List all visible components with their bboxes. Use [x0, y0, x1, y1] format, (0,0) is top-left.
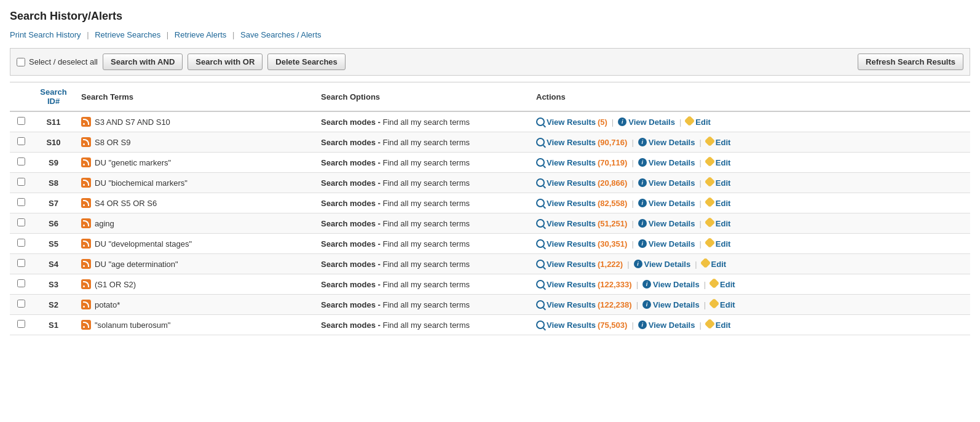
retrieve-alerts-link[interactable]: Retrieve Alerts	[175, 30, 227, 39]
view-details-link[interactable]: i View Details	[638, 158, 695, 167]
edit-label: Edit	[716, 138, 731, 147]
row-checkbox-cell	[10, 234, 32, 254]
view-details-link[interactable]: i View Details	[638, 138, 695, 147]
view-details-link[interactable]: i View Details	[638, 199, 695, 208]
options-mode-label: Search modes -	[321, 280, 382, 289]
search-history-table: Search ID# Search Terms Search Options A…	[10, 82, 970, 335]
rss-icon[interactable]	[81, 300, 91, 309]
action-divider-2: |	[699, 239, 701, 249]
view-results-link[interactable]: View Results (75,503)	[536, 320, 627, 330]
save-searches-alerts-link[interactable]: Save Searches / Alerts	[240, 30, 322, 39]
row-search-options: Search modes - Find all my search terms	[315, 274, 530, 295]
view-details-link[interactable]: i View Details	[638, 320, 695, 330]
action-divider: |	[631, 219, 633, 228]
rss-icon[interactable]	[81, 259, 91, 269]
view-results-icon	[536, 158, 545, 167]
rss-icon[interactable]	[81, 117, 91, 127]
info-icon: i	[642, 300, 651, 309]
edit-link[interactable]: Edit	[706, 239, 731, 249]
view-results-link[interactable]: View Results (90,716)	[536, 138, 627, 147]
rss-icon[interactable]	[81, 198, 91, 208]
row-search-terms: potato*	[75, 295, 315, 315]
edit-link[interactable]: Edit	[706, 178, 731, 188]
view-results-link[interactable]: View Results (70,119)	[536, 158, 627, 167]
delete-searches-button[interactable]: Delete Searches	[267, 54, 345, 70]
select-deselect-checkbox[interactable]	[17, 58, 25, 66]
action-divider-2: |	[699, 199, 701, 208]
edit-pencil-icon	[701, 259, 709, 269]
action-divider-2: |	[699, 219, 701, 228]
edit-link[interactable]: Edit	[706, 320, 731, 330]
view-details-link[interactable]: i View Details	[638, 178, 695, 188]
view-results-link[interactable]: View Results (5)	[536, 117, 607, 127]
rss-icon[interactable]	[81, 279, 91, 289]
edit-link[interactable]: Edit	[706, 198, 731, 208]
edit-label: Edit	[716, 320, 731, 330]
edit-link[interactable]: Edit	[710, 279, 735, 289]
view-details-link[interactable]: i View Details	[638, 219, 695, 228]
rss-icon[interactable]	[81, 137, 91, 147]
edit-link[interactable]: Edit	[706, 218, 731, 228]
row-actions: View Results (5)|i View Details| Edit	[530, 111, 970, 132]
rss-icon[interactable]	[81, 239, 91, 249]
view-results-link[interactable]: View Results (20,866)	[536, 178, 627, 188]
row-checkbox-cell	[10, 153, 32, 173]
edit-link[interactable]: Edit	[706, 137, 731, 147]
view-details-link[interactable]: i View Details	[634, 260, 691, 269]
view-results-link[interactable]: View Results (122,333)	[536, 280, 632, 289]
row-checkbox[interactable]	[17, 218, 25, 226]
edit-pencil-icon	[706, 218, 714, 228]
row-checkbox-cell	[10, 254, 32, 274]
edit-link[interactable]: Edit	[686, 117, 711, 127]
view-details-label: View Details	[649, 320, 695, 330]
term-text: (S1 OR S2)	[95, 280, 136, 289]
view-details-link[interactable]: i View Details	[642, 300, 700, 309]
view-results-link[interactable]: View Results (122,238)	[536, 300, 632, 309]
print-search-history-link[interactable]: Print Search History	[10, 30, 81, 39]
refresh-search-results-button[interactable]: Refresh Search Results	[858, 54, 963, 70]
rss-icon[interactable]	[81, 218, 91, 228]
row-checkbox[interactable]	[17, 178, 25, 186]
row-checkbox[interactable]	[17, 198, 25, 206]
action-divider-2: |	[699, 178, 701, 188]
retrieve-searches-link[interactable]: Retrieve Searches	[95, 30, 160, 39]
view-details-link[interactable]: i View Details	[618, 117, 675, 127]
rss-icon[interactable]	[81, 178, 91, 188]
view-results-count: (20,866)	[598, 178, 627, 188]
action-divider: |	[636, 280, 638, 289]
view-results-icon	[536, 260, 545, 268]
row-checkbox[interactable]	[17, 320, 25, 328]
action-divider-2: |	[695, 260, 697, 269]
view-results-link[interactable]: View Results (1,222)	[536, 260, 623, 269]
info-icon: i	[638, 178, 647, 187]
row-checkbox[interactable]	[17, 157, 25, 165]
view-results-link[interactable]: View Results (30,351)	[536, 239, 627, 249]
edit-link[interactable]: Edit	[706, 157, 731, 167]
view-results-count: (5)	[598, 117, 607, 127]
edit-link[interactable]: Edit	[710, 300, 735, 309]
row-checkbox[interactable]	[17, 117, 25, 125]
search-with-or-button[interactable]: Search with OR	[188, 54, 263, 70]
search-with-and-button[interactable]: Search with AND	[103, 54, 183, 70]
col-header-search-options: Search Options	[315, 82, 530, 112]
row-checkbox[interactable]	[17, 279, 25, 287]
table-row: S2potato*Search modes - Find all my sear…	[10, 295, 970, 315]
view-details-link[interactable]: i View Details	[638, 239, 695, 249]
rss-icon[interactable]	[81, 157, 91, 167]
row-checkbox[interactable]	[17, 137, 25, 145]
row-checkbox[interactable]	[17, 300, 25, 308]
view-results-link[interactable]: View Results (82,558)	[536, 199, 627, 208]
row-checkbox-cell	[10, 315, 32, 335]
row-checkbox[interactable]	[17, 239, 25, 247]
rss-icon[interactable]	[81, 320, 91, 330]
action-divider: |	[631, 178, 633, 188]
view-results-link[interactable]: View Results (51,251)	[536, 219, 627, 228]
action-divider-2: |	[699, 320, 701, 330]
select-deselect-label[interactable]: Select / deselect all	[17, 57, 98, 66]
row-search-id: S2	[32, 295, 75, 315]
row-actions: View Results (122,238)|i View Details| E…	[530, 295, 970, 315]
row-checkbox[interactable]	[17, 259, 25, 267]
edit-link[interactable]: Edit	[701, 259, 727, 269]
view-details-label: View Details	[649, 138, 695, 147]
view-details-link[interactable]: i View Details	[642, 280, 700, 289]
